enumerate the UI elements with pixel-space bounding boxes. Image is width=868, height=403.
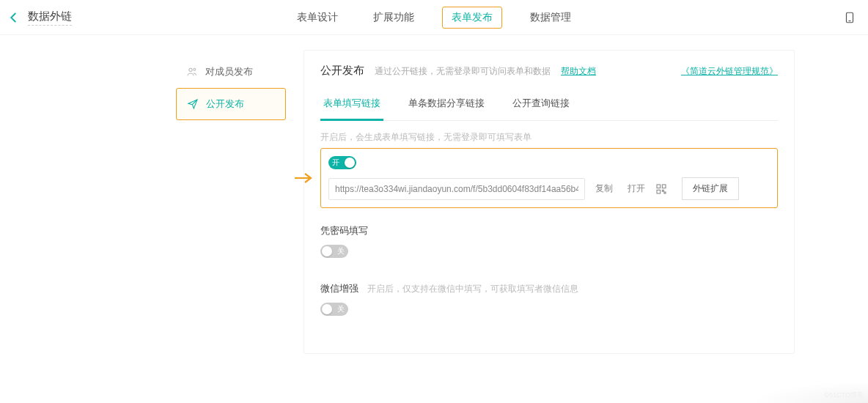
callout-arrow-icon	[293, 171, 314, 185]
watermark: ©51CTO博客	[825, 391, 864, 400]
sidebar-item-label: 公开发布	[206, 97, 244, 111]
wechat-section: 微信增强 开启后，仅支持在微信中填写，可获取填写者微信信息 关	[320, 282, 778, 324]
wechat-subtitle: 开启后，仅支持在微信中填写，可获取填写者微信信息	[367, 283, 578, 295]
svg-point-3	[194, 68, 196, 70]
toggle-knob	[345, 158, 355, 168]
svg-rect-9	[662, 190, 663, 191]
sidebar-item-members[interactable]: 对成员发布	[176, 56, 286, 88]
password-toggle[interactable]: 关	[320, 245, 348, 258]
password-section: 凭密码填写 关	[320, 224, 778, 266]
wechat-toggle[interactable]: 关	[320, 303, 348, 316]
tab-form-fill-link[interactable]: 表单填写链接	[320, 89, 383, 121]
help-doc-link[interactable]: 帮助文档	[561, 65, 596, 78]
toggle-off-label: 关	[337, 246, 345, 256]
device-icon[interactable]	[843, 11, 856, 24]
nav-data-management[interactable]: 数据管理	[523, 7, 578, 29]
sidebar-item-public[interactable]: 公开发布	[176, 88, 286, 120]
svg-point-2	[189, 68, 192, 71]
nav-extensions[interactable]: 扩展功能	[366, 7, 422, 29]
nav-form-publish[interactable]: 表单发布	[442, 7, 502, 29]
svg-rect-10	[664, 192, 666, 193]
toggle-on-label: 开	[332, 158, 339, 168]
toggle-knob	[322, 304, 332, 314]
svg-rect-7	[662, 185, 666, 188]
share-link-box: 开 复制 打开 外链扩展	[320, 148, 778, 208]
fill-link-toggle[interactable]: 开	[328, 156, 356, 169]
qr-icon[interactable]	[655, 183, 667, 195]
user-icon	[186, 66, 198, 78]
open-button[interactable]: 打开	[623, 182, 650, 195]
svg-rect-8	[657, 190, 661, 193]
publish-tabs: 表单填写链接 单条数据分享链接 公开查询链接	[320, 89, 778, 121]
link-row: 复制 打开 外链扩展	[328, 177, 770, 200]
fill-link-hint: 开启后，会生成表单填写链接，无需登录即可填写表单	[320, 131, 778, 144]
sidebar-item-label: 对成员发布	[205, 65, 253, 78]
external-extend-button[interactable]: 外链扩展	[682, 177, 739, 200]
panel-title: 公开发布	[320, 64, 364, 78]
body: 对成员发布 公开发布 公开发布 通过公开链接，无需登录即可访问表单和数据 帮助文…	[0, 35, 868, 369]
top-nav: 表单设计 扩展功能 表单发布 数据管理	[290, 7, 578, 29]
toggle-off-label: 关	[337, 304, 345, 314]
external-link-policy[interactable]: 《简道云外链管理规范》	[681, 65, 778, 78]
public-publish-panel: 公开发布 通过公开链接，无需登录即可访问表单和数据 帮助文档 《简道云外链管理规…	[304, 50, 795, 354]
panel-subtitle: 通过公开链接，无需登录即可访问表单和数据	[375, 65, 551, 78]
back-icon[interactable]	[7, 11, 21, 24]
toggle-knob	[322, 246, 332, 256]
page-title: 数据外链	[28, 10, 72, 26]
nav-form-design[interactable]: 表单设计	[290, 7, 345, 29]
tab-single-share-link[interactable]: 单条数据分享链接	[405, 89, 488, 120]
svg-rect-6	[657, 185, 661, 188]
publish-sidebar: 对成员发布 公开发布	[176, 56, 286, 120]
password-title: 凭密码填写	[320, 224, 368, 237]
wechat-title: 微信增强	[320, 282, 358, 295]
send-icon	[187, 98, 199, 110]
top-bar: 数据外链 表单设计 扩展功能 表单发布 数据管理	[0, 0, 868, 35]
copy-button[interactable]: 复制	[591, 182, 617, 195]
tab-public-query-link[interactable]: 公开查询链接	[510, 89, 573, 120]
share-url-input[interactable]	[328, 178, 585, 200]
